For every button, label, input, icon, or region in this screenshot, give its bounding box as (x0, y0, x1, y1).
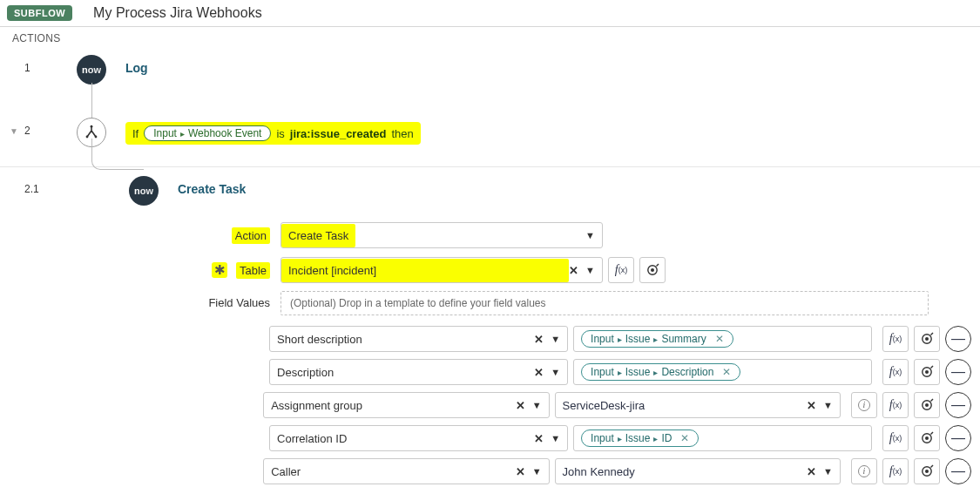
field-values-label: Field Values (124, 291, 280, 309)
pill-remove-icon[interactable]: ✕ (708, 333, 724, 345)
target-button[interactable] (914, 326, 940, 352)
clear-icon[interactable]: ✕ (807, 399, 816, 412)
pill-remove-icon[interactable]: ✕ (715, 366, 731, 378)
step-number: 1 (9, 55, 77, 74)
svg-point-1 (86, 136, 89, 139)
clear-icon[interactable]: ✕ (534, 366, 544, 379)
data-pill[interactable]: Input▸Issue▸ID✕ (581, 430, 699, 447)
step-number: 2.1 (9, 176, 77, 195)
field-value-pill-input[interactable]: Input▸Issue▸ID✕ (573, 425, 872, 451)
data-pill[interactable]: Input▸Issue▸Description✕ (581, 363, 740, 381)
info-button[interactable]: i (851, 458, 877, 484)
arrow-icon: ▸ (652, 335, 659, 344)
clear-icon[interactable]: ✕ (516, 465, 525, 478)
fx-button[interactable]: f(x) (882, 425, 909, 451)
action-row: Action Create Task ▼ (124, 221, 971, 249)
field-name: Description (277, 366, 534, 379)
step-1-action-name[interactable]: Log (125, 55, 148, 75)
field-name-select[interactable]: Caller ✕ ▼ (263, 458, 549, 484)
data-pill[interactable]: Input▸Issue▸Summary✕ (581, 330, 733, 348)
target-button[interactable] (914, 392, 940, 418)
chevron-down-icon[interactable]: ▼ (551, 367, 560, 377)
action-value: Create Task (281, 224, 355, 247)
chevron-down-icon[interactable]: ▼ (551, 334, 560, 344)
target-button[interactable] (914, 359, 940, 385)
fx-button[interactable]: f(x) (882, 392, 909, 418)
remove-row-button[interactable]: — (945, 392, 971, 418)
chevron-down-icon[interactable]: ▼ (532, 466, 542, 477)
clear-icon[interactable]: ✕ (516, 399, 525, 412)
pill-segment: Summary (661, 333, 706, 345)
field-value-pill-input[interactable]: Input▸Issue▸Summary✕ (573, 326, 872, 352)
fx-button[interactable]: f(x) (882, 326, 909, 352)
pill-segment: Issue (625, 333, 651, 345)
pill-segment: Input (591, 432, 614, 444)
arrow-icon: ▸ (616, 434, 624, 443)
step-2-row[interactable]: ▼ 2 If Input ▸ Webhook Event is jira:iss… (9, 107, 971, 166)
arrow-icon: ▸ (616, 368, 624, 377)
field-values-row: Field Values (Optional) Drop in a templa… (124, 291, 971, 319)
info-button[interactable]: i (851, 392, 877, 418)
condition-pill[interactable]: Input ▸ Webhook Event (144, 125, 271, 141)
field-value-row: Assignment group ✕ ▼ ServiceDesk-jira ✕ … (124, 392, 971, 418)
target-button[interactable] (914, 425, 940, 451)
target-button[interactable] (639, 257, 666, 283)
chevron-down-icon[interactable]: ▼ (823, 466, 833, 477)
flow-canvas: 1 now Log ▼ 2 If Input ▸ Webhoo (0, 46, 980, 487)
table-input[interactable]: Incident [incident] ✕ ▼ (280, 257, 603, 283)
step-1-row[interactable]: 1 now Log (9, 48, 971, 107)
svg-point-4 (651, 268, 654, 272)
field-name-select[interactable]: Assignment group ✕ ▼ (263, 392, 549, 418)
pill-segment: ID (661, 432, 672, 444)
clear-icon[interactable]: ✕ (534, 432, 544, 445)
pill-segment: Description (661, 366, 713, 378)
fx-button[interactable]: f(x) (882, 458, 909, 484)
actions-section-label: ACTIONS (0, 27, 980, 46)
required-icon: ✱ (212, 262, 227, 278)
fx-button[interactable]: f(x) (608, 257, 634, 283)
field-value-input[interactable]: ServiceDesk-jira ✕ ▼ (555, 392, 841, 418)
field-value-row: Description ✕ ▼ Input▸Issue▸Description✕… (124, 359, 971, 385)
chevron-down-icon[interactable]: ▼ (823, 400, 833, 410)
remove-row-button[interactable]: — (945, 425, 971, 451)
clear-icon[interactable]: ✕ (807, 465, 816, 478)
arrow-icon: ▸ (652, 368, 659, 377)
svg-point-13 (925, 403, 929, 407)
remove-row-button[interactable]: — (945, 359, 971, 385)
chevron-down-icon[interactable]: ▼ (551, 433, 560, 443)
if-condition[interactable]: If Input ▸ Webhook Event is jira:issue_c… (125, 122, 421, 145)
chevron-down-icon[interactable]: ▼ (585, 265, 595, 275)
step-2-1-row[interactable]: 2.1 now Create Task (9, 167, 971, 206)
pill-remove-icon[interactable]: ✕ (673, 432, 689, 444)
pill-segment: Input (591, 366, 614, 378)
collapse-icon[interactable]: ▼ (9, 126, 19, 136)
field-name-select[interactable]: Description ✕ ▼ (269, 359, 568, 385)
field-value-text: John Kennedy (563, 465, 635, 478)
field-value-row: Short description ✕ ▼ Input▸Issue▸Summar… (124, 326, 971, 352)
chevron-down-icon[interactable]: ▼ (532, 400, 542, 410)
remove-row-button[interactable]: — (945, 326, 971, 352)
clear-icon[interactable]: ✕ (569, 264, 578, 277)
field-value-pill-input[interactable]: Input▸Issue▸Description✕ (573, 359, 872, 385)
remove-row-button[interactable]: — (945, 458, 971, 484)
svg-point-0 (91, 125, 93, 128)
target-button[interactable] (914, 458, 940, 484)
field-name: Short description (277, 333, 534, 346)
svg-line-11 (931, 366, 934, 369)
step-2-1-action-name[interactable]: Create Task (178, 176, 246, 196)
chevron-down-icon[interactable]: ▼ (585, 230, 595, 240)
action-select[interactable]: Create Task ▼ (280, 222, 603, 248)
field-name: Caller (271, 465, 516, 478)
pill-segment: Issue (625, 366, 651, 378)
fx-button[interactable]: f(x) (882, 359, 909, 385)
table-label: Table (236, 262, 270, 279)
field-value-row: Correlation ID ✕ ▼ Input▸Issue▸ID✕ i f(x… (124, 425, 971, 451)
field-value-input[interactable]: John Kennedy ✕ ▼ (555, 458, 841, 484)
condition-value: jira:issue_created (290, 127, 387, 140)
then-keyword: then (391, 127, 413, 140)
field-name-select[interactable]: Correlation ID ✕ ▼ (269, 425, 568, 451)
field-values-template-dropzone[interactable]: (Optional) Drop in a template to define … (280, 291, 929, 315)
table-value: Incident [incident] (281, 259, 569, 282)
field-name-select[interactable]: Short description ✕ ▼ (269, 326, 568, 352)
clear-icon[interactable]: ✕ (534, 333, 544, 346)
